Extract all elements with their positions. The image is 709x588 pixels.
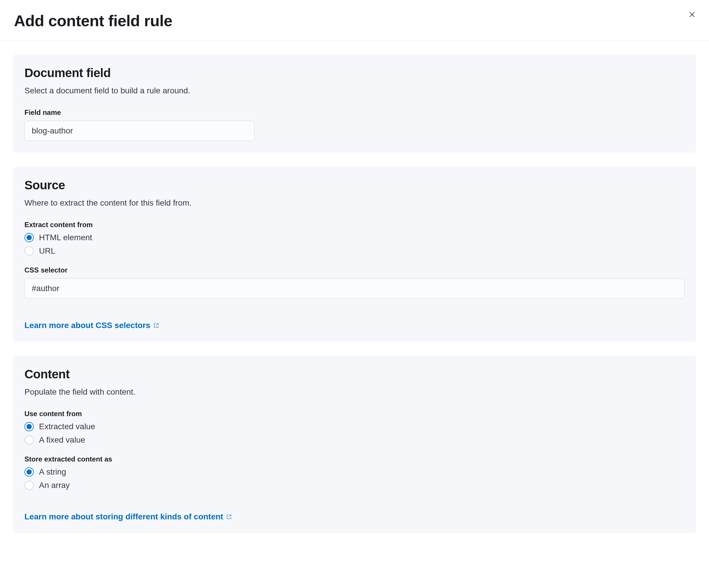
- panel-source: Source Where to extract the content for …: [13, 167, 696, 342]
- page-header: Add content field rule: [0, 0, 709, 40]
- panel-description-document-field: Select a document field to build a rule …: [24, 85, 685, 97]
- content-area: Document field Select a document field t…: [0, 40, 709, 561]
- page-title: Add content field rule: [14, 11, 172, 30]
- radio-label-array: An array: [39, 481, 70, 490]
- field-name-input[interactable]: [24, 121, 254, 141]
- panel-description-content: Populate the field with content.: [24, 386, 685, 398]
- panel-document-field: Document field Select a document field t…: [13, 54, 696, 153]
- radio-indicator: [24, 233, 34, 242]
- radio-indicator: [24, 435, 34, 445]
- store-as-group: Store extracted content as A string An a…: [24, 455, 685, 490]
- learn-more-row: Learn more about CSS selectors: [24, 321, 159, 330]
- radio-indicator: [24, 481, 34, 490]
- close-button[interactable]: [687, 9, 698, 21]
- learn-more-css-link[interactable]: Learn more about CSS selectors: [24, 321, 159, 330]
- radio-label-string: A string: [39, 467, 66, 477]
- extract-from-label: Extract content from: [24, 221, 685, 229]
- radio-string[interactable]: A string: [24, 467, 685, 477]
- radio-indicator: [24, 246, 34, 256]
- radio-label-extracted: Extracted value: [39, 422, 95, 431]
- radio-label-fixed: A fixed value: [39, 435, 85, 445]
- radio-array[interactable]: An array: [24, 481, 685, 490]
- learn-more-row: Learn more about storing different kinds…: [24, 512, 232, 522]
- close-icon: [688, 10, 696, 19]
- learn-more-storing-text: Learn more about storing different kinds…: [24, 512, 223, 522]
- radio-label-html: HTML element: [39, 233, 92, 242]
- radio-url[interactable]: URL: [24, 246, 685, 256]
- external-link-icon: [226, 514, 232, 520]
- use-content-from-group: Use content from Extracted value A fixed…: [24, 410, 685, 445]
- radio-label-url: URL: [39, 246, 55, 256]
- panel-title-content: Content: [24, 367, 685, 381]
- radio-html-element[interactable]: HTML element: [24, 233, 685, 242]
- panel-title-source: Source: [24, 178, 685, 192]
- learn-more-storing-link[interactable]: Learn more about storing different kinds…: [24, 512, 232, 522]
- panel-title-document-field: Document field: [24, 66, 685, 80]
- use-content-from-label: Use content from: [24, 410, 685, 418]
- css-selector-group: CSS selector: [24, 266, 685, 299]
- radio-extracted-value[interactable]: Extracted value: [24, 422, 685, 431]
- radio-indicator: [24, 422, 34, 431]
- css-selector-input[interactable]: [24, 278, 685, 299]
- extract-from-group: Extract content from HTML element URL: [24, 221, 685, 256]
- field-name-label: Field name: [24, 109, 685, 117]
- store-as-label: Store extracted content as: [24, 455, 685, 463]
- css-selector-label: CSS selector: [24, 266, 685, 274]
- learn-more-css-text: Learn more about CSS selectors: [24, 321, 151, 330]
- panel-content: Content Populate the field with content.…: [13, 356, 696, 533]
- radio-fixed-value[interactable]: A fixed value: [24, 435, 685, 445]
- external-link-icon: [153, 323, 159, 328]
- panel-description-source: Where to extract the content for this fi…: [24, 197, 685, 209]
- radio-indicator: [24, 467, 34, 477]
